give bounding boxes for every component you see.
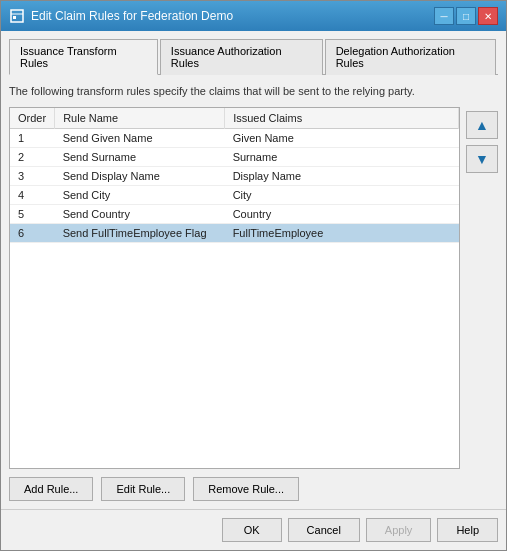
cell-issued-claims: FullTimeEmployee <box>225 224 459 243</box>
title-controls: ─ □ ✕ <box>434 7 498 25</box>
table-row[interactable]: 3 Send Display Name Display Name <box>10 167 459 186</box>
arrow-buttons: ▲ ▼ <box>466 107 498 469</box>
cancel-button[interactable]: Cancel <box>288 518 360 542</box>
tab-issuance-transform[interactable]: Issuance Transform Rules <box>9 39 158 75</box>
bottom-buttons: Add Rule... Edit Rule... Remove Rule... <box>9 475 498 501</box>
table-row[interactable]: 5 Send Country Country <box>10 205 459 224</box>
cell-issued-claims: Country <box>225 205 459 224</box>
content-area: Issuance Transform Rules Issuance Author… <box>1 31 506 509</box>
minimize-button[interactable]: ─ <box>434 7 454 25</box>
cell-rule-name: Send FullTimeEmployee Flag <box>55 224 225 243</box>
table-area: Order Rule Name Issued Claims 1 Send Giv… <box>9 107 498 469</box>
cell-order: 2 <box>10 148 55 167</box>
cell-order: 6 <box>10 224 55 243</box>
table-row[interactable]: 2 Send Surname Surname <box>10 148 459 167</box>
cell-rule-name: Send City <box>55 186 225 205</box>
table-header-row: Order Rule Name Issued Claims <box>10 108 459 129</box>
cell-issued-claims: City <box>225 186 459 205</box>
cell-rule-name: Send Display Name <box>55 167 225 186</box>
cell-issued-claims: Display Name <box>225 167 459 186</box>
cell-issued-claims: Given Name <box>225 129 459 148</box>
cell-issued-claims: Surname <box>225 148 459 167</box>
col-issued-claims: Issued Claims <box>225 108 459 129</box>
rules-table-container[interactable]: Order Rule Name Issued Claims 1 Send Giv… <box>9 107 460 469</box>
tab-delegation-authorization[interactable]: Delegation Authorization Rules <box>325 39 496 75</box>
cell-rule-name: Send Given Name <box>55 129 225 148</box>
help-button[interactable]: Help <box>437 518 498 542</box>
table-row[interactable]: 6 Send FullTimeEmployee Flag FullTimeEmp… <box>10 224 459 243</box>
svg-rect-2 <box>13 16 16 19</box>
tab-bar: Issuance Transform Rules Issuance Author… <box>9 39 498 75</box>
cell-order: 5 <box>10 205 55 224</box>
cell-order: 3 <box>10 167 55 186</box>
table-body: 1 Send Given Name Given Name 2 Send Surn… <box>10 129 459 243</box>
window-icon <box>9 8 25 24</box>
title-bar: Edit Claim Rules for Federation Demo ─ □… <box>1 1 506 31</box>
close-button[interactable]: ✕ <box>478 7 498 25</box>
rules-table: Order Rule Name Issued Claims 1 Send Giv… <box>10 108 459 243</box>
edit-rule-button[interactable]: Edit Rule... <box>101 477 185 501</box>
title-bar-left: Edit Claim Rules for Federation Demo <box>9 8 233 24</box>
main-window: Edit Claim Rules for Federation Demo ─ □… <box>0 0 507 551</box>
svg-rect-0 <box>11 10 23 22</box>
cell-rule-name: Send Surname <box>55 148 225 167</box>
restore-button[interactable]: □ <box>456 7 476 25</box>
table-row[interactable]: 1 Send Given Name Given Name <box>10 129 459 148</box>
col-rule-name: Rule Name <box>55 108 225 129</box>
apply-button[interactable]: Apply <box>366 518 432 542</box>
move-up-button[interactable]: ▲ <box>466 111 498 139</box>
move-down-button[interactable]: ▼ <box>466 145 498 173</box>
down-arrow-icon: ▼ <box>475 151 489 167</box>
window-title: Edit Claim Rules for Federation Demo <box>31 9 233 23</box>
cell-rule-name: Send Country <box>55 205 225 224</box>
table-row[interactable]: 4 Send City City <box>10 186 459 205</box>
up-arrow-icon: ▲ <box>475 117 489 133</box>
ok-button[interactable]: OK <box>222 518 282 542</box>
tab-issuance-authorization[interactable]: Issuance Authorization Rules <box>160 39 323 75</box>
description-text: The following transform rules specify th… <box>9 81 498 101</box>
remove-rule-button[interactable]: Remove Rule... <box>193 477 299 501</box>
cell-order: 4 <box>10 186 55 205</box>
col-order: Order <box>10 108 55 129</box>
footer: OK Cancel Apply Help <box>1 509 506 550</box>
add-rule-button[interactable]: Add Rule... <box>9 477 93 501</box>
cell-order: 1 <box>10 129 55 148</box>
